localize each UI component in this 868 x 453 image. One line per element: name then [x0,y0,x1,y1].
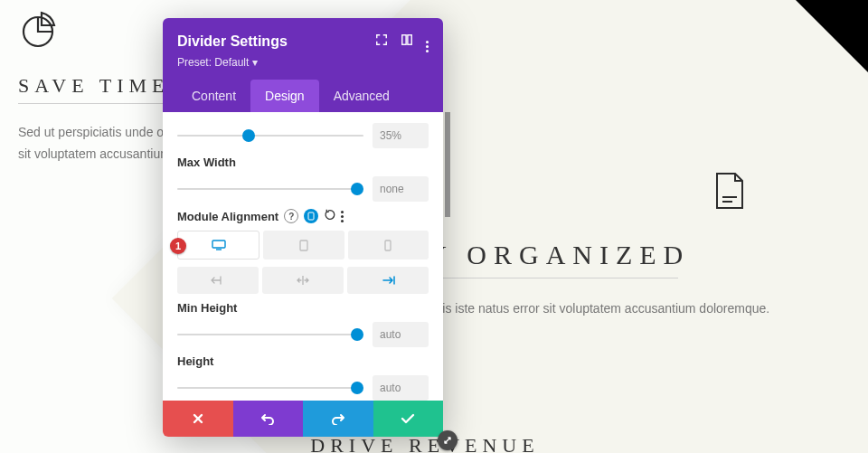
modal-header-controls [375,31,429,52]
responsive-phone-icon[interactable] [304,209,318,223]
modal-tabs: Content Design Advanced [177,80,429,112]
responsive-device-tabs: 1 [177,231,429,260]
cancel-button[interactable] [163,401,233,437]
alignment-buttons [177,267,429,294]
maxwidth-value-input[interactable]: none [373,176,429,202]
redo-button[interactable] [303,401,373,437]
help-icon[interactable]: ? [284,209,298,223]
kebab-menu-icon[interactable] [341,211,344,222]
align-right-button[interactable] [347,267,429,294]
device-tablet-tab[interactable] [263,231,344,260]
svg-rect-6 [212,241,225,248]
save-button[interactable] [373,401,444,437]
step-badge-1: 1 [170,238,186,254]
height-value-input[interactable]: auto [373,375,429,401]
tab-advanced[interactable]: Advanced [319,80,404,112]
minheight-value-input[interactable]: auto [373,322,429,347]
svg-rect-4 [408,35,411,45]
resize-handle-icon[interactable] [438,430,458,450]
minheight-label: Min Height [177,301,429,315]
height-slider[interactable] [177,381,363,395]
modal-body: 35% Max Width none Module Alignment ? [163,112,443,401]
svg-rect-5 [308,212,314,220]
width-slider[interactable] [177,128,363,143]
corner-triangle [796,0,868,72]
scrollbar-indicator[interactable] [445,112,450,217]
svg-rect-9 [385,241,391,250]
align-left-button[interactable] [177,267,259,294]
height-label: Height [177,354,429,368]
device-phone-tab[interactable] [348,231,429,260]
kebab-menu-icon[interactable] [426,31,429,52]
device-desktop-tab[interactable] [177,231,259,260]
width-slider-row: 35% [177,123,429,148]
modal-header: Divider Settings Preset: Default ▾ [163,18,443,112]
undo-button[interactable] [233,401,304,437]
svg-rect-8 [300,241,307,250]
width-value-input[interactable]: 35% [373,123,429,148]
align-center-button[interactable] [262,267,344,294]
module-alignment-label: Module Alignment ? [177,209,429,223]
height-slider-row: auto [177,375,429,401]
modal-footer [163,401,443,437]
snap-icon[interactable] [401,33,413,50]
expand-icon[interactable] [375,33,388,50]
maxwidth-label: Max Width [177,156,429,169]
maxwidth-slider-row: none [177,176,429,202]
tab-content[interactable]: Content [177,80,250,112]
pie-chart-icon [18,9,58,49]
tab-design[interactable]: Design [250,80,319,112]
reset-icon[interactable] [324,209,335,223]
heading-drive-revenue-partial: DRIVE REVENUE [271,434,579,453]
modal-title: Divider Settings [177,33,288,50]
maxwidth-slider[interactable] [177,182,363,196]
preset-dropdown[interactable]: Preset: Default ▾ [177,56,429,69]
divider-settings-modal: Divider Settings Preset: Default ▾ [163,18,443,437]
minheight-slider[interactable] [177,327,363,342]
minheight-slider-row: auto [177,322,429,347]
svg-rect-3 [402,35,406,45]
document-icon [714,172,745,213]
